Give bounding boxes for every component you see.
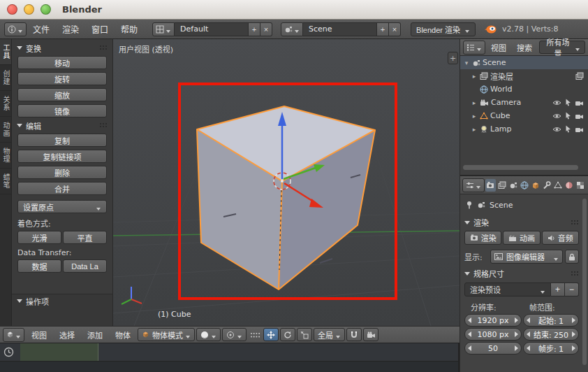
maximize-button[interactable] <box>41 4 51 15</box>
data-button[interactable]: 数据 <box>17 259 61 273</box>
rotate-manipulator-button[interactable] <box>280 328 295 341</box>
layout-name-field[interactable]: Default <box>175 22 249 36</box>
orientation-dropdown[interactable]: 全局 <box>314 328 345 341</box>
tab-material[interactable] <box>564 179 575 192</box>
eye-icon[interactable] <box>552 126 561 133</box>
resolution-y-field[interactable]: 1080 px <box>464 328 522 341</box>
lock-button[interactable] <box>565 250 579 264</box>
shade-flat-button[interactable]: 平直 <box>63 231 107 244</box>
outliner-row-scene[interactable]: ▾ Scene <box>460 56 588 69</box>
expander-icon[interactable]: ▸ <box>471 73 478 80</box>
cube-object[interactable] <box>197 106 375 289</box>
tab-animation[interactable]: 动画 <box>0 117 11 143</box>
mirror-button[interactable]: 镜像 <box>17 104 107 117</box>
tab-render[interactable] <box>485 179 496 192</box>
panel-drag-dots-icon[interactable] <box>99 45 108 51</box>
eye-icon[interactable] <box>552 113 561 120</box>
menu-select[interactable]: 选择 <box>54 329 80 341</box>
pivot-point-dropdown[interactable] <box>222 328 247 341</box>
scene-browse-button[interactable] <box>281 22 303 36</box>
render-button[interactable]: 渲染 <box>464 231 501 245</box>
editor-type-button[interactable] <box>4 22 27 36</box>
scene-add-button[interactable]: + <box>377 22 389 36</box>
expander-icon[interactable]: ▸ <box>471 113 478 120</box>
pin-icon[interactable] <box>466 201 473 209</box>
tab-create[interactable]: 创建 <box>0 65 11 91</box>
shade-smooth-button[interactable]: 光滑 <box>17 231 61 244</box>
panel-collapse-icon[interactable] <box>464 272 470 276</box>
camera-restrict-icon[interactable] <box>575 99 584 106</box>
menu-file[interactable]: 文件 <box>27 23 56 35</box>
duplicate-button[interactable]: 复制 <box>17 134 107 147</box>
increment-arrow-icon[interactable] <box>572 345 575 351</box>
data-layout-button[interactable]: Data La <box>63 259 107 273</box>
rotate-button[interactable]: 旋转 <box>17 72 107 85</box>
display-dropdown[interactable]: 图像编辑器 <box>490 250 563 264</box>
timeline-clock-icon[interactable] <box>3 347 14 357</box>
render-engine-dropdown[interactable]: Blender 渲染 <box>411 22 476 36</box>
horizontal-scrollbar[interactable] <box>463 165 578 170</box>
outliner-row-renderlayers[interactable]: ▸ 渲染层 <box>460 69 588 83</box>
tab-data[interactable] <box>553 179 564 192</box>
tab-modifiers[interactable] <box>542 179 552 192</box>
outliner-row-camera[interactable]: ▸ Camera <box>460 96 588 109</box>
scale-manipulator-button[interactable] <box>297 328 312 341</box>
outliner-row-world[interactable]: World <box>460 83 588 96</box>
display-mode-dropdown[interactable]: 所有场景 <box>539 41 585 54</box>
pointer-icon[interactable] <box>565 99 571 106</box>
menu-view[interactable]: 视图 <box>26 329 52 341</box>
panel-collapse-icon[interactable] <box>464 221 470 224</box>
panel-collapse-icon[interactable] <box>17 299 22 303</box>
editor-type-button[interactable] <box>3 328 24 342</box>
editor-type-button[interactable] <box>463 41 485 55</box>
resolution-x-field[interactable]: 1920 px <box>464 314 522 327</box>
layout-delete-button[interactable]: × <box>260 22 272 36</box>
panel-collapse-icon[interactable] <box>17 124 22 127</box>
tab-tools[interactable]: 工具 <box>0 39 11 65</box>
scale-button[interactable]: 缩放 <box>17 88 107 101</box>
transform-panel-header[interactable]: 变换 <box>12 42 112 54</box>
increment-arrow-icon[interactable] <box>572 331 575 337</box>
set-origin-dropdown[interactable]: 设置原点 <box>17 200 107 213</box>
tab-grease-pencil[interactable]: 蜡笔 <box>0 169 11 194</box>
mode-dropdown[interactable]: 物体模式 <box>138 328 195 341</box>
preset-add-button[interactable]: + <box>551 282 565 296</box>
scene-delete-button[interactable]: × <box>389 22 401 36</box>
layout-browse-button[interactable] <box>152 22 175 36</box>
animation-button[interactable]: 动画 <box>503 231 540 245</box>
minimize-button[interactable] <box>24 4 34 15</box>
pointer-icon[interactable] <box>565 125 571 133</box>
menu-render[interactable]: 渲染 <box>56 23 85 35</box>
resolution-percentage-field[interactable]: 50 <box>464 342 522 355</box>
snap-magnet-button[interactable] <box>346 328 362 341</box>
camera-restrict-icon[interactable] <box>575 126 584 133</box>
frame-end-field[interactable]: 结束: 250 <box>523 328 579 341</box>
timeline-editor[interactable] <box>0 343 460 372</box>
render-panel-header[interactable]: 渲染 <box>464 216 579 229</box>
duplicate-linked-button[interactable]: 复制链接项 <box>17 150 107 163</box>
menu-object[interactable]: 物体 <box>110 329 136 341</box>
translate-manipulator-button[interactable] <box>263 328 279 341</box>
join-button[interactable]: 合并 <box>17 182 107 195</box>
layout-add-button[interactable]: + <box>249 22 260 36</box>
preset-remove-button[interactable]: − <box>565 282 579 296</box>
menu-window[interactable]: 窗口 <box>85 23 115 35</box>
tab-render-layers[interactable] <box>497 179 507 192</box>
properties-region-toggle[interactable]: + <box>448 52 458 64</box>
operator-panel-header[interactable]: 操作项 <box>12 294 112 308</box>
expander-icon[interactable]: ▸ <box>471 99 478 106</box>
increment-arrow-icon[interactable] <box>515 317 518 323</box>
audio-button[interactable]: 音频 <box>542 231 579 245</box>
menu-search[interactable]: 搜索 <box>512 42 537 53</box>
panel-drag-dots-icon[interactable] <box>99 122 108 129</box>
panel-drag-dots-icon[interactable] <box>571 220 579 226</box>
eye-icon[interactable] <box>552 99 561 106</box>
tab-relations[interactable]: 关系 <box>0 91 11 117</box>
outliner-row-cube[interactable]: ▸ Cube <box>460 109 588 122</box>
tab-texture[interactable] <box>575 179 586 192</box>
close-button[interactable] <box>7 4 17 15</box>
tab-world[interactable] <box>519 179 529 192</box>
timeline-frame-range[interactable] <box>20 343 98 361</box>
panel-collapse-icon[interactable] <box>17 46 22 50</box>
layers-grid-icon[interactable] <box>248 328 262 341</box>
